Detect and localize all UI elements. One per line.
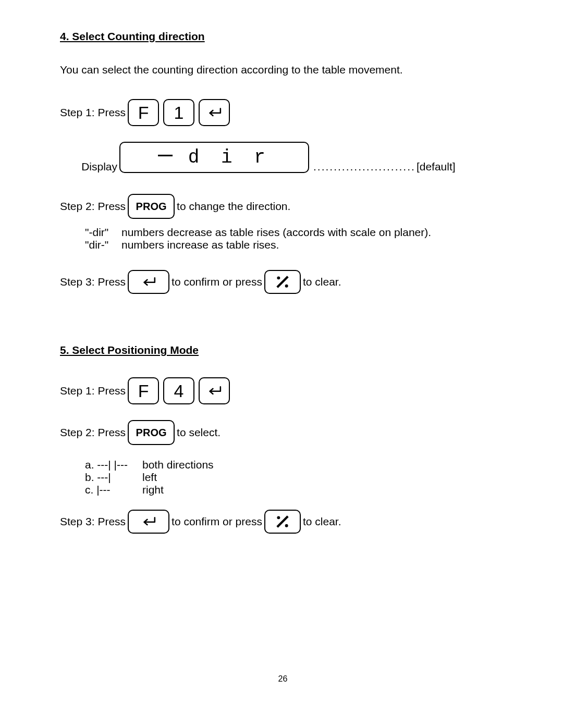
key-cancel-icon (264, 510, 301, 534)
svg-point-5 (285, 524, 288, 527)
def-neg-dir-term: "-dir" (85, 226, 121, 239)
mode-b-desc: left (142, 471, 157, 484)
sec4-display-label: Display (60, 161, 117, 173)
mode-a-opt: a. ---| |--- (85, 459, 142, 471)
key-f: F (128, 99, 159, 126)
key-enter-icon (199, 99, 230, 126)
dots: ......................... (313, 161, 415, 173)
section-4-intro: You can select the counting direction ac… (60, 64, 506, 76)
key-enter-icon (199, 377, 230, 404)
section-5-heading: 5. Select Positioning Mode (60, 344, 506, 356)
mode-c-desc: right (142, 484, 164, 496)
svg-point-2 (285, 285, 288, 288)
page-number: 26 (60, 674, 506, 684)
sec5-step2-after: to select. (177, 426, 221, 439)
sec5-step3-after: to clear. (303, 515, 341, 528)
section-4-heading: 4. Select Counting direction (60, 30, 506, 43)
sec4-step2-after: to change the direction. (177, 200, 290, 213)
mode-c-opt: c. |--- (85, 484, 142, 496)
mode-b-opt: b. ---| (85, 471, 142, 484)
display-value: d i r (188, 147, 271, 168)
sec4-step1-label: Step 1: Press (60, 106, 126, 119)
def-dir-neg-desc: numbers increase as table rises. (121, 239, 279, 251)
sec4-step3-after: to clear. (303, 276, 341, 288)
key-prog: PROG (128, 420, 175, 445)
sec4-step3-label: Step 3: Press (60, 276, 126, 288)
mode-a-desc: both directions (142, 459, 214, 471)
key-4: 4 (163, 377, 194, 404)
default-label: [default] (417, 161, 456, 173)
sec4-step3-mid: to confirm or press (172, 276, 262, 288)
key-1: 1 (163, 99, 194, 126)
display-box: —d i r (119, 142, 309, 173)
svg-point-1 (277, 276, 280, 279)
key-prog: PROG (128, 194, 175, 219)
key-cancel-icon (264, 270, 301, 294)
sec5-step1-label: Step 1: Press (60, 385, 126, 397)
sec5-step3-mid: to confirm or press (172, 515, 262, 528)
key-f: F (128, 377, 159, 404)
def-neg-dir-desc: numbers decrease as table rises (accords… (121, 226, 431, 239)
sec4-step2-label: Step 2: Press (60, 200, 126, 213)
svg-point-4 (277, 516, 280, 519)
key-enter-icon (128, 510, 169, 534)
sec5-step3-label: Step 3: Press (60, 515, 126, 528)
sec5-step2-label: Step 2: Press (60, 426, 126, 439)
def-dir-neg-term: "dir-" (85, 239, 121, 251)
key-enter-icon (128, 270, 169, 294)
